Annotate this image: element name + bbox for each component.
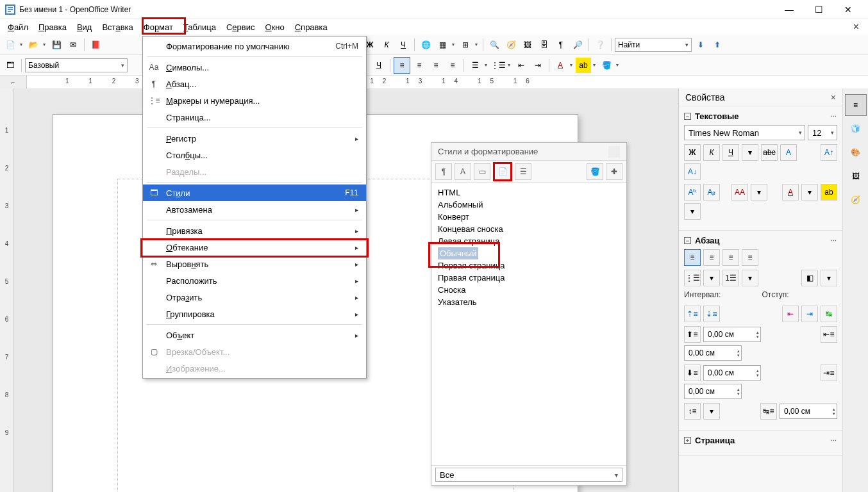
line-spacing-icon[interactable]: ↕≡ xyxy=(684,403,701,420)
spacing-button[interactable]: АА xyxy=(731,184,748,201)
menu-arrange[interactable]: Расположить▸ xyxy=(143,272,366,289)
grow-font-button[interactable]: A↑ xyxy=(821,144,837,161)
tab-nav-compass-icon[interactable]: 🧭 xyxy=(845,189,867,211)
numbered-list-icon[interactable]: ☰ xyxy=(467,58,483,73)
find-next-icon[interactable]: ⬆ xyxy=(710,37,725,53)
find-field[interactable]: Найти xyxy=(615,38,692,52)
style-item-selected[interactable]: Обычный xyxy=(437,247,621,259)
menu-default-formatting[interactable]: Форматирование по умолчанию Ctrl+M xyxy=(143,38,366,54)
align-justify-icon[interactable]: ≡ xyxy=(445,58,460,73)
tab-navigator-icon[interactable]: 🖼 xyxy=(845,165,867,187)
zoom-icon[interactable]: 🔎 xyxy=(570,37,585,53)
space-above-spin[interactable]: 0,00 см xyxy=(703,327,761,342)
page-styles-icon[interactable]: 📄 xyxy=(493,162,512,181)
menu-object[interactable]: Объект▸ xyxy=(143,327,366,343)
table-icon[interactable]: ▦ xyxy=(435,37,450,53)
align-center-icon[interactable]: ≡ xyxy=(412,58,427,73)
menu-insert[interactable]: Вставка xyxy=(97,20,138,34)
new-doc-dropdown[interactable]: ▾ xyxy=(18,42,24,47)
nonprinting-chars-icon[interactable]: ¶ xyxy=(553,37,569,53)
space-below-spin[interactable]: 0,00 см xyxy=(703,365,761,381)
indent-inc-button[interactable]: ⇥ xyxy=(801,306,818,322)
export-pdf-icon[interactable]: 📕 xyxy=(88,37,103,53)
style-item[interactable]: Левая страница xyxy=(437,235,621,247)
spacing-inc-button[interactable]: ⇡≡ xyxy=(684,306,701,322)
bg-drop[interactable]: ▾ xyxy=(821,270,837,286)
menu-help[interactable]: Справка xyxy=(290,20,333,34)
menu-align[interactable]: ⇔Выровнять▸ xyxy=(143,256,366,272)
menu-window[interactable]: Окно xyxy=(260,20,289,34)
help-icon[interactable]: ❔ xyxy=(592,37,608,53)
expand-icon[interactable]: + xyxy=(684,437,691,444)
style-item[interactable]: Конверт xyxy=(437,211,621,223)
shrink-font-button[interactable]: A↓ xyxy=(684,163,701,180)
first-line-button[interactable]: ↹ xyxy=(821,306,837,322)
new-style-icon[interactable]: ✚ xyxy=(606,163,622,180)
list-styles-icon[interactable]: ☰ xyxy=(515,163,531,180)
close-doc-button[interactable]: × xyxy=(853,21,859,33)
menu-autocorrect[interactable]: Автозамена▸ xyxy=(143,201,366,218)
email-icon[interactable]: ✉ xyxy=(65,37,81,53)
menu-tools[interactable]: Сервис xyxy=(221,20,260,34)
style-item[interactable]: Указатель xyxy=(437,296,621,308)
bullet-list-icon[interactable]: ⋮☰ xyxy=(490,58,506,73)
align-left-icon[interactable]: ≡ xyxy=(394,57,410,74)
highlight-color-icon[interactable]: ab xyxy=(576,58,591,73)
styles-window-icon[interactable]: 🗔 xyxy=(3,58,18,73)
tab-gallery-icon[interactable]: 🎨 xyxy=(845,142,867,163)
bold-button[interactable]: Ж xyxy=(684,144,701,161)
superscript-button[interactable]: Aᵇ xyxy=(684,184,701,201)
styles-filter-combo[interactable]: Все xyxy=(435,468,622,482)
strikethrough-button[interactable]: abc xyxy=(761,144,778,161)
menu-case[interactable]: Регистр▸ xyxy=(143,130,366,147)
find-prev-icon[interactable]: ⬇ xyxy=(693,37,708,53)
menu-group[interactable]: Группировка▸ xyxy=(143,306,366,322)
collapse-icon[interactable]: − xyxy=(684,113,691,120)
spacing-drop[interactable]: ▾ xyxy=(751,184,767,201)
style-item[interactable]: Альбомный xyxy=(437,199,621,211)
more-icon[interactable]: ⋯ xyxy=(830,113,837,120)
underline-drop[interactable]: ▾ xyxy=(742,144,758,161)
menu-bullets[interactable]: ⋮≡Маркеры и нумерация... xyxy=(143,92,366,109)
fill-format-icon[interactable]: 🪣 xyxy=(587,163,603,180)
more-icon[interactable]: ⋯ xyxy=(830,237,837,244)
menu-flip[interactable]: Отразить▸ xyxy=(143,289,366,306)
maximize-button[interactable]: ☐ xyxy=(804,0,833,19)
font-name-combo[interactable]: Times New Roman xyxy=(684,125,805,140)
para-align-center[interactable]: ≡ xyxy=(703,249,720,266)
style-combo[interactable]: Базовый xyxy=(25,58,128,72)
open-dropdown[interactable]: ▾ xyxy=(41,42,47,47)
para-align-left[interactable]: ≡ xyxy=(684,249,701,266)
menu-file[interactable]: Файл xyxy=(3,20,33,34)
menu-edit[interactable]: Правка xyxy=(33,20,72,34)
style-item[interactable]: Правая страница xyxy=(437,272,621,284)
subscript-button[interactable]: Aᵦ xyxy=(703,184,720,201)
para-align-right[interactable]: ≡ xyxy=(722,249,739,266)
hyperlink-icon[interactable]: 🌐 xyxy=(418,37,433,53)
bg-button[interactable]: ◧ xyxy=(801,270,818,286)
para-align-justify[interactable]: ≡ xyxy=(742,249,758,266)
font-color-drop[interactable]: ▾ xyxy=(801,184,818,201)
indent-left-spin[interactable]: 0,00 см xyxy=(684,345,742,361)
bullets-button[interactable]: ⋮☰ xyxy=(684,270,701,286)
bullets-drop[interactable]: ▾ xyxy=(703,270,720,286)
collapse-icon[interactable]: − xyxy=(684,237,691,244)
underline-format-icon[interactable]: Ч xyxy=(371,58,387,73)
numbers-drop[interactable]: ▾ xyxy=(742,270,758,286)
indent-dec-button[interactable]: ⇤ xyxy=(782,306,799,322)
style-item[interactable]: Концевая сноска xyxy=(437,223,621,235)
decrease-indent-icon[interactable]: ⇤ xyxy=(513,58,529,73)
menu-wrap[interactable]: Обтекание▸ xyxy=(143,239,366,256)
styles-panel-close-icon[interactable] xyxy=(608,146,620,158)
highlight-drop[interactable]: ▾ xyxy=(684,203,701,220)
style-item[interactable]: HTML xyxy=(437,186,621,199)
more-icon[interactable]: ⋯ xyxy=(830,437,837,444)
menu-styles[interactable]: 🗔СтилиF11 xyxy=(143,184,366,201)
menu-anchor[interactable]: Привязка▸ xyxy=(143,222,366,239)
menu-symbols[interactable]: АаСимволы... xyxy=(143,59,366,76)
new-doc-icon[interactable]: 📄 xyxy=(3,37,18,53)
tab-styles-cube-icon[interactable]: 🧊 xyxy=(845,118,867,140)
font-size-combo[interactable]: 12 xyxy=(808,125,837,140)
minimize-button[interactable]: ― xyxy=(774,0,804,19)
grid-icon[interactable]: ⊞ xyxy=(458,37,473,53)
